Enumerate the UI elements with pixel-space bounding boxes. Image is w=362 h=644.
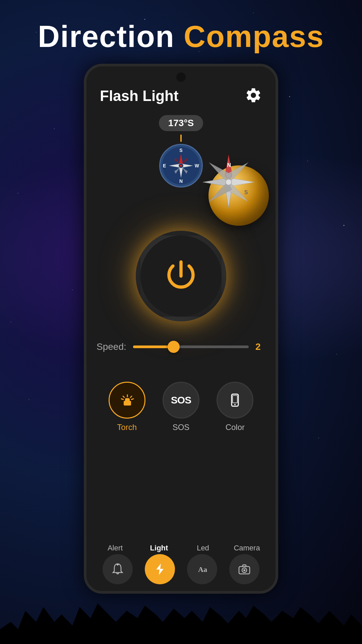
svg-point-31: [117, 564, 119, 566]
speed-section: Speed: 2: [97, 341, 265, 352]
bottom-nav-icons: Aa: [86, 554, 276, 584]
svg-marker-14: [203, 178, 229, 186]
app-header: Flash Light: [86, 87, 276, 105]
heading-word2: Compass: [184, 20, 324, 53]
color-mode-button[interactable]: Color: [217, 382, 253, 432]
svg-marker-13: [229, 178, 254, 186]
led-nav-button[interactable]: Aa: [187, 554, 217, 584]
alert-nav-button[interactable]: [103, 554, 133, 584]
svg-line-26: [121, 399, 123, 399]
phone-icon: [228, 393, 242, 408]
speed-value: 2: [255, 341, 265, 352]
compass-north-label: N: [179, 178, 183, 184]
svg-point-19: [226, 179, 232, 185]
bottom-nav-labels: Alert Light Led Camera: [86, 544, 276, 552]
settings-button[interactable]: [245, 87, 262, 105]
compass-reading: 173°S: [159, 115, 203, 131]
svg-line-27: [131, 399, 133, 399]
power-icon: [161, 256, 201, 296]
svg-rect-22: [124, 401, 131, 406]
svg-point-30: [234, 404, 236, 405]
camera-nav-button[interactable]: [229, 554, 259, 584]
speed-label: Speed:: [97, 341, 126, 352]
text-icon: Aa: [195, 562, 209, 576]
bolt-icon: [153, 562, 167, 576]
svg-line-24: [123, 396, 124, 397]
color-label: Color: [226, 423, 245, 432]
power-section: [86, 231, 276, 321]
wind-rose-svg: N S: [198, 152, 259, 212]
nav-label-led: Led: [186, 544, 220, 552]
compass-decoration: N S: [195, 152, 269, 226]
phone-screen: Flash Light 173°S S E W N: [86, 66, 276, 591]
svg-point-36: [243, 569, 245, 571]
svg-text:Aa: Aa: [198, 565, 207, 574]
nav-label-camera: Camera: [230, 544, 264, 552]
nav-label-light: Light: [142, 544, 176, 552]
power-button[interactable]: [136, 231, 226, 321]
compass-indicator: [180, 135, 182, 142]
compass-east-label: E: [163, 163, 166, 168]
speed-slider[interactable]: [133, 345, 249, 348]
torch-icon-circle: [109, 382, 145, 419]
sos-label: SOS: [173, 423, 190, 432]
sos-mode-button[interactable]: SOS SOS: [163, 382, 199, 432]
svg-rect-29: [233, 395, 237, 403]
slider-thumb[interactable]: [168, 341, 180, 353]
sos-icon-circle: SOS: [163, 382, 199, 419]
torch-mode-button[interactable]: Torch: [109, 382, 145, 432]
torch-icon: [118, 391, 136, 409]
bell-icon: [111, 562, 124, 576]
svg-text:N: N: [227, 162, 231, 168]
light-nav-button[interactable]: [145, 554, 175, 584]
svg-text:S: S: [244, 189, 248, 195]
heading-word1: Direction: [38, 20, 175, 53]
svg-marker-32: [156, 564, 164, 575]
mode-buttons: Torch SOS SOS Color: [86, 382, 276, 432]
color-icon-circle: [217, 382, 253, 419]
svg-line-25: [130, 396, 132, 397]
phone-notch: [176, 72, 186, 82]
sos-text: SOS: [171, 394, 191, 406]
camera-icon: [238, 562, 251, 576]
torch-label: Torch: [117, 423, 137, 432]
svg-point-9: [180, 165, 182, 167]
nav-label-alert: Alert: [99, 544, 132, 552]
page-heading: Direction Compass: [0, 20, 362, 53]
gear-icon: [245, 87, 262, 104]
phone-frame: Flash Light 173°S S E W N: [84, 64, 278, 594]
compass-star-svg: [168, 152, 194, 179]
app-title: Flash Light: [100, 88, 179, 104]
